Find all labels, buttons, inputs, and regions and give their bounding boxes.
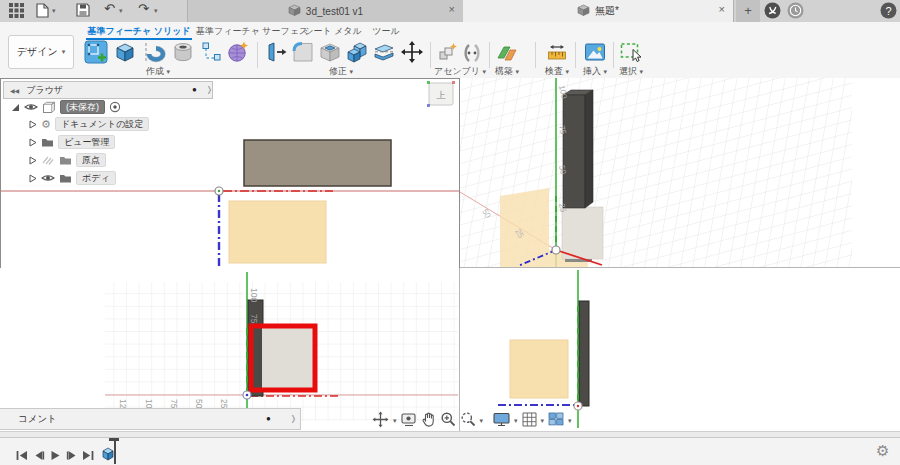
body-gray-rect[interactable] — [244, 140, 391, 186]
body-tall-front[interactable] — [563, 95, 585, 208]
viewport-divider-vertical[interactable] — [459, 268, 460, 431]
step-forward-button[interactable] — [66, 447, 78, 465]
viewcube-top-label[interactable]: 上 — [437, 90, 446, 100]
redo-button[interactable]: ↷ — [138, 1, 149, 16]
visibility-off-eye-icon[interactable] — [41, 155, 55, 165]
browser-resize-handle[interactable]: ❭ — [206, 85, 213, 94]
grid-snaps-caret[interactable]: ▾ — [541, 417, 545, 425]
construct-group-label[interactable]: 構築 ▾ — [495, 65, 519, 78]
body-tall-right-view[interactable] — [579, 301, 589, 406]
fillet-icon[interactable] — [291, 40, 315, 68]
project-geometry-icon[interactable] — [200, 40, 224, 68]
display-settings-icon[interactable] — [493, 412, 510, 431]
select-group-label[interactable]: 選択 ▾ — [619, 65, 643, 78]
inspect-group-label[interactable]: 検査 ▾ — [545, 65, 569, 78]
browser-item-named-views[interactable]: ビュー管理 — [29, 135, 115, 149]
undo-button[interactable]: ↶ — [104, 1, 115, 16]
redo-caret[interactable]: ▾ — [154, 7, 158, 15]
job-status-clock-icon[interactable] — [787, 2, 804, 23]
timeline-settings-gear-icon[interactable]: ⚙ — [876, 442, 889, 460]
origin-marker[interactable] — [552, 246, 560, 254]
press-pull-icon[interactable] — [264, 40, 288, 68]
timeline-marker-cap[interactable] — [109, 438, 119, 441]
collapsed-triangle-icon[interactable] — [29, 138, 37, 147]
fit-caret[interactable]: ▾ — [480, 417, 484, 425]
orbit-caret[interactable]: ▾ — [393, 417, 397, 425]
ribbon-tab-sheetmetal[interactable]: シート メタル — [302, 25, 364, 38]
comments-resize-handle[interactable]: ❭ — [290, 414, 297, 423]
document-tab-2[interactable]: 無題* × — [463, 0, 734, 22]
hole-icon[interactable] — [171, 40, 195, 68]
browser-item-doc-settings[interactable]: ⚙ ドキュメントの設定 — [29, 117, 149, 131]
create-group-label[interactable]: 作成 ▾ — [146, 65, 170, 78]
design-menu-button[interactable]: デザイン▾ — [8, 35, 74, 69]
visibility-eye-icon[interactable] — [41, 173, 55, 183]
browser-root-row[interactable]: (未保存) — [11, 100, 121, 114]
item-label[interactable]: ドキュメントの設定 — [55, 117, 149, 131]
insert-group-label[interactable]: 挿入 ▾ — [583, 65, 607, 78]
browser-panel-header[interactable]: ◀◀ ブラウザ ● ❭ — [3, 81, 213, 99]
zoom-icon[interactable] — [440, 411, 456, 431]
save-button[interactable] — [76, 3, 90, 21]
sketch-square[interactable] — [229, 201, 326, 263]
item-label[interactable]: ボディ — [76, 171, 116, 185]
viewports-layout-caret[interactable]: ▾ — [568, 417, 572, 425]
move-icon[interactable] — [400, 40, 424, 68]
viewport-divider-horizontal[interactable] — [460, 267, 900, 268]
browser-item-bodies[interactable]: ボディ — [29, 171, 116, 185]
viewport-right-canvas[interactable] — [460, 268, 900, 430]
visibility-eye-icon[interactable] — [24, 102, 38, 112]
viewport-iso-canvas[interactable]: 100 75 50 25 50 25 — [460, 78, 900, 267]
viewport-side-canvas[interactable]: 100 75 125 100 75 50 25 — [0, 268, 459, 430]
undo-caret[interactable]: ▾ — [119, 7, 123, 15]
browser-collapse-icon[interactable]: ◀◀ — [10, 87, 19, 94]
activate-radio-icon[interactable] — [109, 101, 121, 113]
viewports-layout-icon[interactable] — [548, 412, 564, 430]
go-to-end-button[interactable] — [82, 447, 94, 465]
create-form-icon[interactable] — [226, 40, 250, 68]
grid-snaps-icon[interactable] — [522, 412, 537, 431]
select-icon[interactable] — [619, 40, 643, 68]
create-sketch-icon[interactable] — [84, 40, 108, 68]
ribbon-tab-surface[interactable]: 基準フィーチャ サーフェス — [196, 25, 300, 38]
timeline-marker[interactable] — [114, 439, 116, 464]
tab-close-icon[interactable]: × — [449, 3, 455, 15]
fit-icon[interactable] — [460, 411, 476, 431]
selected-body-fill[interactable] — [262, 327, 315, 389]
app-grid-icon[interactable] — [9, 3, 24, 22]
collapsed-triangle-icon[interactable] — [29, 174, 37, 183]
display-settings-caret[interactable]: ▾ — [514, 417, 518, 425]
viewcube[interactable]: 上 — [427, 81, 455, 107]
orbit-icon[interactable] — [372, 411, 389, 432]
pan-hand-icon[interactable] — [421, 411, 436, 431]
help-icon[interactable]: ? — [880, 2, 897, 23]
revolve-icon[interactable] — [142, 40, 166, 68]
ribbon-tab-tools[interactable]: ツール — [366, 25, 406, 38]
assemble-group-label[interactable]: アセンブリ ▾ — [434, 65, 486, 78]
new-tab-button[interactable]: + — [736, 0, 760, 22]
step-back-button[interactable] — [33, 447, 45, 465]
item-label[interactable]: ビュー管理 — [58, 135, 115, 149]
browser-item-origin[interactable]: 原点 — [29, 153, 106, 167]
ribbon-tab-solid[interactable]: 基準フィーチャ ソリッド — [86, 25, 192, 40]
modify-group-label[interactable]: 修正 ▾ — [329, 65, 353, 78]
look-at-icon[interactable] — [401, 412, 417, 431]
extensions-icon[interactable] — [764, 2, 781, 23]
browser-menu-dot[interactable]: ● — [192, 86, 197, 94]
body-base-box[interactable] — [562, 207, 603, 259]
comments-menu-dot[interactable]: ● — [266, 415, 271, 423]
play-button[interactable] — [50, 447, 61, 465]
split-body-icon[interactable] — [372, 40, 396, 68]
document-tab-1[interactable]: 3d_test01 v1 × — [187, 0, 464, 22]
item-label[interactable]: 原点 — [76, 153, 106, 167]
sketch-square[interactable] — [510, 340, 568, 398]
collapsed-triangle-icon[interactable] — [29, 156, 37, 165]
expanded-triangle-icon[interactable] — [11, 103, 20, 112]
file-menu-button[interactable] — [36, 3, 49, 22]
shell-icon[interactable] — [318, 40, 342, 68]
root-document-label[interactable]: (未保存) — [60, 100, 105, 114]
body-tall-side[interactable] — [585, 90, 593, 208]
go-to-start-button[interactable] — [16, 447, 28, 465]
extrude-icon[interactable] — [113, 40, 137, 68]
combine-icon[interactable] — [345, 40, 369, 68]
